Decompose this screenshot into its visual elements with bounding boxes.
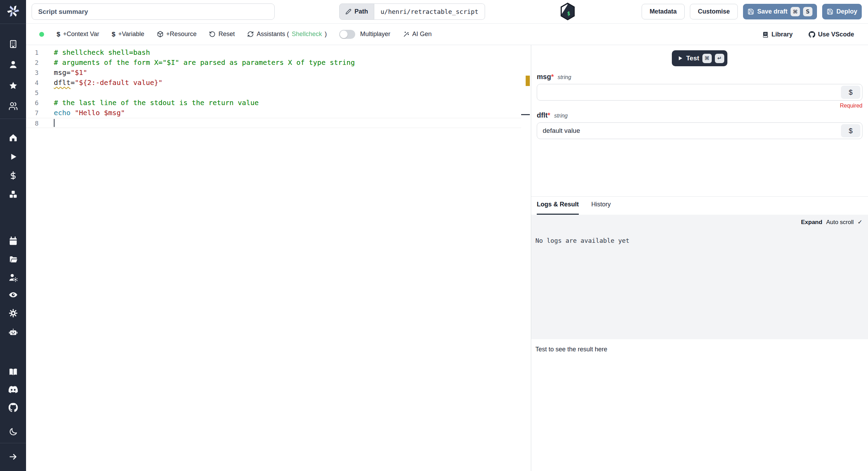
home-icon[interactable] — [8, 133, 18, 143]
line-content: # arguments of the form X="$I" are parse… — [54, 58, 355, 68]
user-icon[interactable] — [8, 60, 18, 69]
test-button[interactable]: Test ⌘ ↵ — [672, 50, 727, 66]
code-line[interactable]: 3msg="$1" — [26, 68, 521, 78]
code-line[interactable]: 6# the last line of the stdout is the re… — [26, 98, 521, 108]
code-line[interactable]: 1# shellcheck shell=bash — [26, 48, 521, 58]
dollar-icon[interactable] — [8, 171, 18, 180]
building-icon[interactable] — [8, 40, 18, 49]
github-icon[interactable] — [8, 403, 18, 412]
code-line[interactable]: 8 — [26, 118, 521, 128]
code-editor[interactable]: 1# shellcheck shell=bash2# arguments of … — [26, 48, 521, 128]
args-form: Test ⌘ ↵ msg* string $ Required dflt* st… — [531, 45, 868, 197]
code-line[interactable]: 5 — [26, 88, 521, 98]
overview-cursor-marker — [521, 114, 530, 115]
dflt-field[interactable] — [537, 123, 839, 139]
insert-variable-button[interactable]: $ — [841, 124, 860, 137]
code-line[interactable]: 7echo "Hello $msg" — [26, 108, 521, 118]
sidebar-divider — [0, 443, 26, 443]
boxes-icon[interactable] — [8, 190, 18, 199]
overview-warning-marker — [526, 76, 530, 86]
bash-language-icon: $ — [560, 2, 576, 20]
metadata-button[interactable]: Metadata — [642, 4, 685, 19]
wand-icon — [403, 31, 409, 37]
tab-history[interactable]: History — [591, 201, 611, 215]
windmill-logo-icon[interactable] — [6, 4, 20, 18]
arg-label-msg: msg* string — [537, 73, 862, 81]
arg-label-dflt: dflt* string — [537, 111, 862, 119]
line-number: 3 — [26, 68, 39, 78]
line-number: 6 — [26, 98, 39, 108]
line-content: # shellcheck shell=bash — [54, 48, 150, 58]
add-context-var-button[interactable]: $ +Context Var — [57, 31, 99, 38]
assistants-button[interactable]: Assistants (Shellcheck) — [247, 31, 327, 38]
line-content: dflt="${2:-default value}" — [54, 78, 162, 88]
line-content: msg="$1" — [54, 68, 87, 78]
pencil-icon — [345, 9, 351, 15]
svg-text:$: $ — [567, 10, 570, 17]
book-open-icon[interactable] — [8, 367, 18, 377]
eye-icon[interactable] — [8, 290, 18, 300]
add-variable-button[interactable]: $ +Variable — [112, 31, 144, 38]
customise-button[interactable]: Customise — [690, 4, 738, 19]
code-editor-pane[interactable]: 1# shellcheck shell=bash2# arguments of … — [26, 45, 531, 471]
tab-logs-result[interactable]: Logs & Result — [537, 201, 579, 215]
arg-input-dflt: $ — [537, 122, 862, 139]
folder-open-icon[interactable] — [8, 255, 18, 264]
kbd-cmd: ⌘ — [791, 7, 800, 16]
autoscroll-label[interactable]: Auto scroll — [826, 219, 853, 226]
multiplayer-toggle[interactable] — [339, 30, 355, 39]
line-number: 7 — [26, 108, 39, 118]
kbd-s: S — [803, 7, 812, 16]
msg-field[interactable] — [537, 84, 839, 100]
star-icon[interactable] — [8, 81, 18, 91]
topbar-actions: Metadata Customise Save draft ⌘ S Deploy — [642, 4, 862, 19]
ai-gen-button[interactable]: AI Gen — [403, 31, 432, 38]
line-number: 8 — [26, 118, 39, 128]
save-draft-button[interactable]: Save draft ⌘ S — [743, 4, 817, 19]
line-content: # the last line of the stdout is the ret… — [54, 98, 259, 108]
book-icon — [762, 31, 769, 38]
line-number: 1 — [26, 48, 39, 58]
line-number: 2 — [26, 58, 39, 68]
calendar-icon[interactable] — [8, 237, 18, 246]
code-line[interactable]: 4dflt="${2:-default value}" — [26, 78, 521, 88]
sidebar — [0, 0, 26, 471]
code-line[interactable]: 2# arguments of the form X="$I" are pars… — [26, 58, 521, 68]
kbd-cmd: ⌘ — [702, 54, 712, 63]
reset-button[interactable]: Reset — [209, 31, 235, 38]
github-icon — [809, 31, 815, 38]
play-icon[interactable] — [8, 152, 18, 162]
logs-controls: Expand Auto scroll ✓ — [801, 219, 862, 226]
user-cog-icon[interactable] — [8, 273, 18, 282]
rotate-ccw-icon — [209, 31, 216, 37]
settings-icon[interactable] — [8, 309, 18, 318]
sidebar-divider — [0, 24, 26, 24]
use-vscode-button[interactable]: Use VScode — [809, 31, 854, 38]
main-content: 1# shellcheck shell=bash2# arguments of … — [26, 45, 868, 471]
topbar: Path u/henri/retractable_script $ Metada… — [26, 0, 868, 24]
editor-toolbar: $ +Context Var $ +Variable +Resource Res… — [26, 24, 868, 45]
logs-panel: Expand Auto scroll ✓ No logs are availab… — [531, 215, 868, 339]
result-placeholder: Test to see the result here — [535, 346, 607, 353]
expand-button[interactable]: Expand — [801, 219, 822, 226]
sidebar-divider — [0, 119, 26, 119]
deploy-button[interactable]: Deploy — [822, 4, 862, 19]
library-button[interactable]: Library — [762, 31, 793, 38]
users-icon[interactable] — [8, 102, 18, 111]
status-dot — [39, 32, 44, 37]
discord-icon[interactable] — [8, 385, 18, 394]
script-path-value[interactable]: u/henri/retractable_script — [374, 3, 485, 20]
line-number: 4 — [26, 78, 39, 88]
arg-input-msg: $ — [537, 84, 862, 101]
toolbar-right: Library Use VScode — [762, 24, 854, 45]
insert-variable-button[interactable]: $ — [841, 86, 860, 99]
play-icon — [677, 55, 683, 61]
edit-path-button[interactable]: Path — [339, 3, 374, 20]
moon-icon[interactable] — [8, 427, 18, 437]
bot-icon[interactable] — [8, 327, 18, 337]
add-resource-button[interactable]: +Resource — [157, 31, 197, 38]
arrow-right-icon[interactable] — [8, 452, 18, 462]
package-icon — [157, 31, 164, 37]
script-summary-input[interactable] — [32, 3, 275, 20]
autoscroll-checkbox[interactable]: ✓ — [858, 219, 862, 226]
